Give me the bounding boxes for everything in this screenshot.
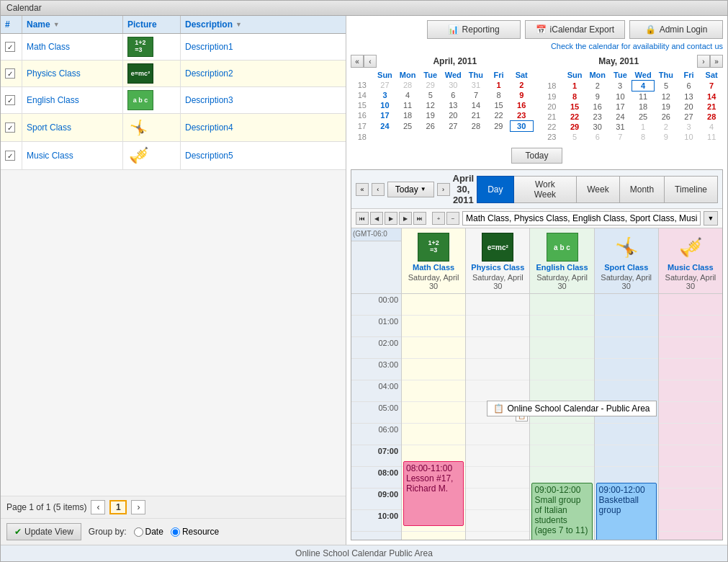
- cal-day[interactable]: 28: [396, 80, 419, 90]
- hour-06[interactable]: [530, 424, 593, 445]
- cell-check-3[interactable]: [1, 87, 22, 113]
- today-nav-button[interactable]: Today ▼: [387, 182, 434, 197]
- cal-day[interactable]: 24: [374, 121, 397, 132]
- cal-day[interactable]: 29: [487, 121, 511, 132]
- resource-dropdown-button[interactable]: ▼: [704, 211, 718, 226]
- may-next-button[interactable]: ›: [697, 55, 710, 68]
- cal-day[interactable]: 24: [609, 112, 632, 122]
- cal-day[interactable]: 27: [374, 80, 397, 90]
- cal-next-button[interactable]: ›: [437, 183, 450, 196]
- cal-day[interactable]: 7: [609, 132, 632, 142]
- checkbox-2[interactable]: [5, 68, 15, 79]
- cal-day[interactable]: 9: [510, 90, 533, 100]
- cal-prev-button[interactable]: ‹: [372, 183, 385, 196]
- cal-day[interactable]: 14: [700, 92, 723, 102]
- cal-day[interactable]: 4: [700, 122, 723, 132]
- hour-02[interactable]: [402, 337, 465, 359]
- cal-day[interactable]: 8: [563, 92, 586, 102]
- cal-day[interactable]: 20: [678, 102, 701, 112]
- cal-day[interactable]: 27: [678, 112, 701, 122]
- event-math-1[interactable]: 08:00-11:00 Lesson #17, Richard M.: [403, 461, 464, 526]
- cal-day[interactable]: 21: [700, 102, 723, 112]
- cal-day[interactable]: 9: [655, 132, 678, 142]
- hour-08[interactable]: [466, 467, 529, 489]
- cal-day[interactable]: 31: [609, 122, 632, 132]
- cal-day[interactable]: 3: [678, 122, 701, 132]
- next-resource-button[interactable]: ▶: [399, 212, 412, 225]
- cal-day[interactable]: 5: [563, 132, 586, 142]
- checkbox-3[interactable]: [5, 95, 15, 105]
- hour-07[interactable]: [530, 445, 593, 467]
- hour-02[interactable]: [530, 337, 593, 359]
- hour-01[interactable]: [595, 316, 658, 337]
- hour-06[interactable]: [402, 424, 465, 445]
- cell-name-2[interactable]: Physics Class: [22, 61, 123, 86]
- hour-09[interactable]: [466, 489, 529, 510]
- hour-07[interactable]: [595, 445, 658, 467]
- cal-day[interactable]: 6: [586, 132, 609, 142]
- cal-day[interactable]: 25: [396, 121, 419, 132]
- admin-login-button[interactable]: 🔒 Admin Login: [629, 20, 723, 39]
- hour-03[interactable]: [530, 359, 593, 380]
- cal-day[interactable]: 16: [586, 102, 609, 112]
- hour-04[interactable]: [466, 380, 529, 402]
- cal-day[interactable]: 8: [632, 132, 655, 142]
- cal-day[interactable]: 13: [442, 100, 465, 110]
- cal-day[interactable]: 29: [563, 122, 586, 132]
- mini-today-button[interactable]: Today: [511, 148, 562, 164]
- cal-day[interactable]: 16: [510, 100, 533, 110]
- hour-06[interactable]: [595, 424, 658, 445]
- cal-day[interactable]: 15: [487, 100, 511, 110]
- may-next-next-button[interactable]: »: [710, 55, 723, 68]
- prev-resource-button[interactable]: ◀: [370, 212, 383, 225]
- cell-check-4[interactable]: [1, 114, 22, 141]
- hour-01[interactable]: [466, 316, 529, 337]
- hour-10[interactable]: [659, 510, 722, 532]
- cal-day[interactable]: 12: [655, 92, 678, 102]
- cal-day[interactable]: 31: [464, 80, 487, 90]
- cal-day[interactable]: 18: [396, 110, 419, 121]
- cell-name-1[interactable]: Math Class: [22, 34, 123, 60]
- cal-day[interactable]: 2: [510, 80, 533, 90]
- cal-day[interactable]: 30: [510, 121, 533, 132]
- hour-00[interactable]: [595, 294, 658, 316]
- cal-prev-prev-button[interactable]: «: [356, 183, 369, 196]
- cal-day[interactable]: 28: [700, 112, 723, 122]
- cal-day[interactable]: 13: [678, 92, 701, 102]
- cal-day[interactable]: 7: [464, 90, 487, 100]
- cell-name-3[interactable]: English Class: [22, 87, 123, 113]
- cal-day[interactable]: 10: [609, 92, 632, 102]
- resource-select-input[interactable]: Math Class, Physics Class, English Class…: [462, 211, 701, 226]
- radio-date[interactable]: Date: [134, 527, 163, 537]
- cell-name-5[interactable]: Music Class: [22, 142, 123, 169]
- hour-00[interactable]: [659, 294, 722, 316]
- hour-03[interactable]: [659, 359, 722, 380]
- cal-day[interactable]: 4: [632, 81, 655, 92]
- cal-day[interactable]: 17: [374, 110, 397, 121]
- cal-day[interactable]: 1: [487, 80, 511, 90]
- icalendar-button[interactable]: 📅 iCalendar Export: [525, 20, 625, 39]
- tab-timeline[interactable]: Timeline: [665, 176, 718, 203]
- cell-name-4[interactable]: Sport Class: [22, 114, 123, 141]
- cal-day[interactable]: 6: [678, 81, 701, 92]
- col-description[interactable]: Description ▼: [181, 16, 346, 33]
- hour-06[interactable]: [466, 424, 529, 445]
- cal-day[interactable]: 6: [442, 90, 465, 100]
- hour-06[interactable]: [659, 424, 722, 445]
- hour-05[interactable]: [659, 402, 722, 424]
- cal-day[interactable]: 30: [586, 122, 609, 132]
- tab-month[interactable]: Month: [620, 176, 665, 203]
- cal-day[interactable]: 7: [700, 81, 723, 92]
- hour-00[interactable]: [530, 294, 593, 316]
- hour-02[interactable]: [595, 337, 658, 359]
- cal-day[interactable]: 4: [396, 90, 419, 100]
- cal-day[interactable]: 28: [464, 121, 487, 132]
- hour-01[interactable]: [659, 316, 722, 337]
- cal-day[interactable]: 11: [396, 100, 419, 110]
- cal-day[interactable]: 3: [609, 81, 632, 92]
- event-english-1[interactable]: 09:00-12:00 Small group of Italian stude…: [531, 483, 592, 540]
- play-button[interactable]: ▶: [385, 212, 397, 225]
- cal-day[interactable]: 10: [374, 100, 397, 110]
- hour-04[interactable]: [530, 380, 593, 402]
- hour-00[interactable]: [402, 294, 465, 316]
